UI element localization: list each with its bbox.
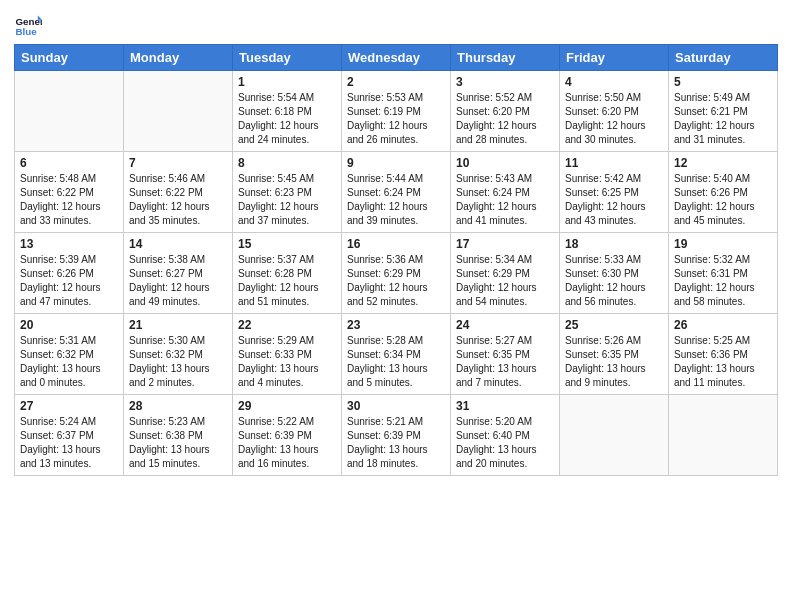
- col-header-tuesday: Tuesday: [233, 45, 342, 71]
- calendar-cell: 28Sunrise: 5:23 AM Sunset: 6:38 PM Dayli…: [124, 395, 233, 476]
- col-header-wednesday: Wednesday: [342, 45, 451, 71]
- calendar-cell: 22Sunrise: 5:29 AM Sunset: 6:33 PM Dayli…: [233, 314, 342, 395]
- calendar-cell: 14Sunrise: 5:38 AM Sunset: 6:27 PM Dayli…: [124, 233, 233, 314]
- day-info: Sunrise: 5:22 AM Sunset: 6:39 PM Dayligh…: [238, 415, 336, 471]
- calendar-cell: 15Sunrise: 5:37 AM Sunset: 6:28 PM Dayli…: [233, 233, 342, 314]
- calendar-cell: 21Sunrise: 5:30 AM Sunset: 6:32 PM Dayli…: [124, 314, 233, 395]
- logo: General Blue: [14, 10, 46, 38]
- day-number: 13: [20, 237, 118, 251]
- col-header-sunday: Sunday: [15, 45, 124, 71]
- calendar-cell: 29Sunrise: 5:22 AM Sunset: 6:39 PM Dayli…: [233, 395, 342, 476]
- day-number: 30: [347, 399, 445, 413]
- day-number: 17: [456, 237, 554, 251]
- col-header-saturday: Saturday: [669, 45, 778, 71]
- calendar-cell: 17Sunrise: 5:34 AM Sunset: 6:29 PM Dayli…: [451, 233, 560, 314]
- calendar-cell: 23Sunrise: 5:28 AM Sunset: 6:34 PM Dayli…: [342, 314, 451, 395]
- day-info: Sunrise: 5:32 AM Sunset: 6:31 PM Dayligh…: [674, 253, 772, 309]
- day-info: Sunrise: 5:25 AM Sunset: 6:36 PM Dayligh…: [674, 334, 772, 390]
- day-number: 7: [129, 156, 227, 170]
- day-info: Sunrise: 5:31 AM Sunset: 6:32 PM Dayligh…: [20, 334, 118, 390]
- day-number: 10: [456, 156, 554, 170]
- day-number: 16: [347, 237, 445, 251]
- calendar-cell: 13Sunrise: 5:39 AM Sunset: 6:26 PM Dayli…: [15, 233, 124, 314]
- week-row-2: 13Sunrise: 5:39 AM Sunset: 6:26 PM Dayli…: [15, 233, 778, 314]
- calendar-cell: 19Sunrise: 5:32 AM Sunset: 6:31 PM Dayli…: [669, 233, 778, 314]
- day-info: Sunrise: 5:53 AM Sunset: 6:19 PM Dayligh…: [347, 91, 445, 147]
- calendar-cell: 2Sunrise: 5:53 AM Sunset: 6:19 PM Daylig…: [342, 71, 451, 152]
- day-info: Sunrise: 5:43 AM Sunset: 6:24 PM Dayligh…: [456, 172, 554, 228]
- day-info: Sunrise: 5:40 AM Sunset: 6:26 PM Dayligh…: [674, 172, 772, 228]
- calendar-cell: [124, 71, 233, 152]
- calendar-cell: 16Sunrise: 5:36 AM Sunset: 6:29 PM Dayli…: [342, 233, 451, 314]
- calendar-cell: 20Sunrise: 5:31 AM Sunset: 6:32 PM Dayli…: [15, 314, 124, 395]
- day-info: Sunrise: 5:49 AM Sunset: 6:21 PM Dayligh…: [674, 91, 772, 147]
- calendar-cell: 10Sunrise: 5:43 AM Sunset: 6:24 PM Dayli…: [451, 152, 560, 233]
- day-info: Sunrise: 5:42 AM Sunset: 6:25 PM Dayligh…: [565, 172, 663, 228]
- day-info: Sunrise: 5:36 AM Sunset: 6:29 PM Dayligh…: [347, 253, 445, 309]
- calendar-cell: 12Sunrise: 5:40 AM Sunset: 6:26 PM Dayli…: [669, 152, 778, 233]
- calendar-cell: 18Sunrise: 5:33 AM Sunset: 6:30 PM Dayli…: [560, 233, 669, 314]
- day-number: 4: [565, 75, 663, 89]
- day-info: Sunrise: 5:30 AM Sunset: 6:32 PM Dayligh…: [129, 334, 227, 390]
- day-number: 25: [565, 318, 663, 332]
- calendar-cell: 6Sunrise: 5:48 AM Sunset: 6:22 PM Daylig…: [15, 152, 124, 233]
- day-number: 26: [674, 318, 772, 332]
- day-info: Sunrise: 5:48 AM Sunset: 6:22 PM Dayligh…: [20, 172, 118, 228]
- col-header-thursday: Thursday: [451, 45, 560, 71]
- day-number: 23: [347, 318, 445, 332]
- calendar-cell: 26Sunrise: 5:25 AM Sunset: 6:36 PM Dayli…: [669, 314, 778, 395]
- calendar-cell: [15, 71, 124, 152]
- day-number: 8: [238, 156, 336, 170]
- day-number: 3: [456, 75, 554, 89]
- day-number: 29: [238, 399, 336, 413]
- day-number: 24: [456, 318, 554, 332]
- col-header-monday: Monday: [124, 45, 233, 71]
- day-number: 6: [20, 156, 118, 170]
- day-number: 18: [565, 237, 663, 251]
- svg-text:Blue: Blue: [15, 26, 37, 37]
- calendar-table: SundayMondayTuesdayWednesdayThursdayFrid…: [14, 44, 778, 476]
- week-row-4: 27Sunrise: 5:24 AM Sunset: 6:37 PM Dayli…: [15, 395, 778, 476]
- day-number: 12: [674, 156, 772, 170]
- day-info: Sunrise: 5:27 AM Sunset: 6:35 PM Dayligh…: [456, 334, 554, 390]
- day-info: Sunrise: 5:39 AM Sunset: 6:26 PM Dayligh…: [20, 253, 118, 309]
- day-info: Sunrise: 5:38 AM Sunset: 6:27 PM Dayligh…: [129, 253, 227, 309]
- day-number: 11: [565, 156, 663, 170]
- calendar-cell: 27Sunrise: 5:24 AM Sunset: 6:37 PM Dayli…: [15, 395, 124, 476]
- day-info: Sunrise: 5:21 AM Sunset: 6:39 PM Dayligh…: [347, 415, 445, 471]
- logo-icon: General Blue: [14, 10, 42, 38]
- day-info: Sunrise: 5:46 AM Sunset: 6:22 PM Dayligh…: [129, 172, 227, 228]
- calendar-cell: 25Sunrise: 5:26 AM Sunset: 6:35 PM Dayli…: [560, 314, 669, 395]
- day-number: 28: [129, 399, 227, 413]
- day-info: Sunrise: 5:29 AM Sunset: 6:33 PM Dayligh…: [238, 334, 336, 390]
- calendar-cell: 24Sunrise: 5:27 AM Sunset: 6:35 PM Dayli…: [451, 314, 560, 395]
- header-row: SundayMondayTuesdayWednesdayThursdayFrid…: [15, 45, 778, 71]
- day-number: 27: [20, 399, 118, 413]
- week-row-1: 6Sunrise: 5:48 AM Sunset: 6:22 PM Daylig…: [15, 152, 778, 233]
- day-info: Sunrise: 5:54 AM Sunset: 6:18 PM Dayligh…: [238, 91, 336, 147]
- week-row-3: 20Sunrise: 5:31 AM Sunset: 6:32 PM Dayli…: [15, 314, 778, 395]
- day-info: Sunrise: 5:24 AM Sunset: 6:37 PM Dayligh…: [20, 415, 118, 471]
- calendar-cell: [560, 395, 669, 476]
- day-info: Sunrise: 5:50 AM Sunset: 6:20 PM Dayligh…: [565, 91, 663, 147]
- calendar-cell: 9Sunrise: 5:44 AM Sunset: 6:24 PM Daylig…: [342, 152, 451, 233]
- day-number: 22: [238, 318, 336, 332]
- day-number: 5: [674, 75, 772, 89]
- day-info: Sunrise: 5:20 AM Sunset: 6:40 PM Dayligh…: [456, 415, 554, 471]
- calendar-cell: [669, 395, 778, 476]
- calendar-cell: 7Sunrise: 5:46 AM Sunset: 6:22 PM Daylig…: [124, 152, 233, 233]
- calendar-cell: 8Sunrise: 5:45 AM Sunset: 6:23 PM Daylig…: [233, 152, 342, 233]
- calendar-cell: 30Sunrise: 5:21 AM Sunset: 6:39 PM Dayli…: [342, 395, 451, 476]
- day-info: Sunrise: 5:33 AM Sunset: 6:30 PM Dayligh…: [565, 253, 663, 309]
- day-number: 9: [347, 156, 445, 170]
- day-info: Sunrise: 5:44 AM Sunset: 6:24 PM Dayligh…: [347, 172, 445, 228]
- col-header-friday: Friday: [560, 45, 669, 71]
- calendar-cell: 5Sunrise: 5:49 AM Sunset: 6:21 PM Daylig…: [669, 71, 778, 152]
- day-info: Sunrise: 5:23 AM Sunset: 6:38 PM Dayligh…: [129, 415, 227, 471]
- day-number: 1: [238, 75, 336, 89]
- day-number: 21: [129, 318, 227, 332]
- calendar-cell: 4Sunrise: 5:50 AM Sunset: 6:20 PM Daylig…: [560, 71, 669, 152]
- day-info: Sunrise: 5:34 AM Sunset: 6:29 PM Dayligh…: [456, 253, 554, 309]
- week-row-0: 1Sunrise: 5:54 AM Sunset: 6:18 PM Daylig…: [15, 71, 778, 152]
- calendar-cell: 1Sunrise: 5:54 AM Sunset: 6:18 PM Daylig…: [233, 71, 342, 152]
